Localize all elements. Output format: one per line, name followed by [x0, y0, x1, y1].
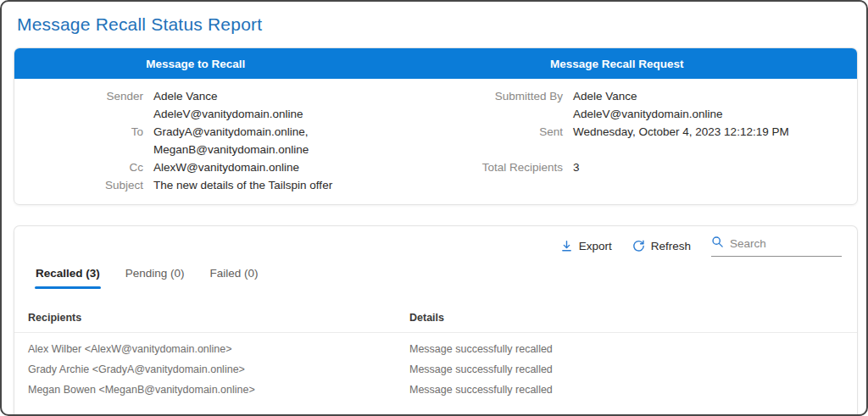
field-label: Sent [394, 123, 563, 141]
field-label: Total Recipients [394, 158, 563, 176]
tab-pending[interactable]: Pending (0) [125, 262, 186, 289]
refresh-button[interactable]: Refresh [632, 240, 691, 252]
recipient-cell: Megan Bowen <MeganB@vanitydomain.online> [28, 380, 409, 400]
field-value: GradyA@vanitydomain.online, [153, 123, 384, 141]
export-button[interactable]: Export [560, 240, 612, 252]
search-box [711, 236, 842, 257]
field-label [14, 105, 143, 123]
field-label: Subject [14, 176, 143, 194]
info-card-header: Message to Recall Message Recall Request [14, 48, 857, 79]
field-value: AlexW@vanitydomain.online [153, 158, 384, 176]
field-label: Cc [14, 158, 143, 176]
column-header-message-recall-request: Message Recall Request [376, 58, 857, 70]
message-info-grid: Sender Adele Vance Submitted By Adele Va… [14, 79, 857, 204]
field-value: The new details of the Tailspin offer [153, 176, 384, 194]
field-label: Submitted By [394, 87, 563, 105]
field-value: AdeleV@vanitydomain.online [153, 105, 384, 123]
tab-recalled[interactable]: Recalled (3) [35, 262, 101, 289]
recall-status-card: Export Refresh Recalled [14, 225, 858, 416]
download-icon [560, 240, 573, 252]
table-row: Megan Bowen <MeganB@vanitydomain.online>… [28, 380, 843, 400]
field-label [394, 176, 563, 194]
column-header-recipients: Recipients [28, 312, 409, 324]
field-value [573, 141, 849, 158]
details-cell: Message successfully recalled [409, 359, 843, 380]
tab-bar: Recalled (3) Pending (0) Failed (0) [14, 255, 857, 289]
field-label [394, 105, 563, 123]
search-input[interactable] [730, 237, 827, 250]
refresh-button-label: Refresh [651, 240, 691, 252]
recipient-cell: Grady Archie <GradyA@vanitydomain.online… [28, 359, 409, 380]
details-cell: Message successfully recalled [409, 380, 843, 400]
message-info-card: Message to Recall Message Recall Request… [14, 47, 858, 205]
field-value: 3 [573, 158, 849, 176]
table-row: Alex Wilber <AlexW@vanitydomain.online> … [28, 339, 843, 359]
field-label [14, 141, 143, 158]
field-value: AdeleV@vanitydomain.online [573, 105, 849, 123]
field-value: Adele Vance [153, 87, 384, 105]
column-header-details: Details [409, 312, 843, 324]
field-label [394, 141, 563, 158]
table-body: Alex Wilber <AlexW@vanitydomain.online> … [14, 333, 857, 400]
toolbar: Export Refresh [14, 226, 857, 255]
details-cell: Message successfully recalled [409, 339, 843, 359]
page-title: Message Recall Status Report [17, 14, 866, 35]
message-recall-report-window: Message Recall Status Report Message to … [0, 0, 868, 416]
export-button-label: Export [579, 240, 612, 252]
field-value: Adele Vance [573, 87, 849, 105]
field-label: To [14, 123, 143, 141]
table-row: Grady Archie <GradyA@vanitydomain.online… [28, 359, 843, 380]
refresh-icon [632, 240, 645, 252]
column-header-message-to-recall: Message to Recall [14, 58, 376, 70]
field-value: MeganB@vanitydomain.online [153, 141, 384, 158]
field-value [573, 176, 849, 194]
field-value: Wednesday, October 4, 2023 12:12:19 PM [573, 123, 849, 141]
tab-failed[interactable]: Failed (0) [209, 262, 259, 289]
table-header-row: Recipients Details [14, 289, 857, 333]
field-label: Sender [14, 87, 143, 105]
recipient-cell: Alex Wilber <AlexW@vanitydomain.online> [28, 339, 409, 359]
search-icon [711, 236, 724, 252]
